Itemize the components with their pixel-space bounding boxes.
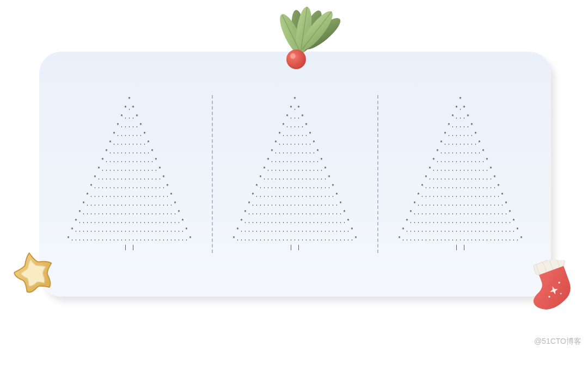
ascii-tree-card: * *.* *...* *.....* *.......* *.........… [39,52,551,296]
watermark-text: @51CTO博客 [534,337,581,347]
star-cookie-icon [10,249,59,298]
svg-point-7 [290,53,296,59]
divider-2 [377,95,378,253]
trees-row: * *.* *...* *.....* *.......* *.........… [47,95,543,253]
svg-point-6 [286,50,306,69]
holly-leaves-icon [268,3,344,74]
ascii-tree-2: * *.* *...* *.....* *.......* *.........… [232,96,358,252]
ascii-tree-1: * *.* *...* *.....* *.......* *.........… [66,96,192,252]
christmas-stocking-icon [520,260,580,314]
ascii-tree-3: * *.* *...* *.....* *.......* *.........… [397,96,523,252]
divider-1 [212,95,213,253]
